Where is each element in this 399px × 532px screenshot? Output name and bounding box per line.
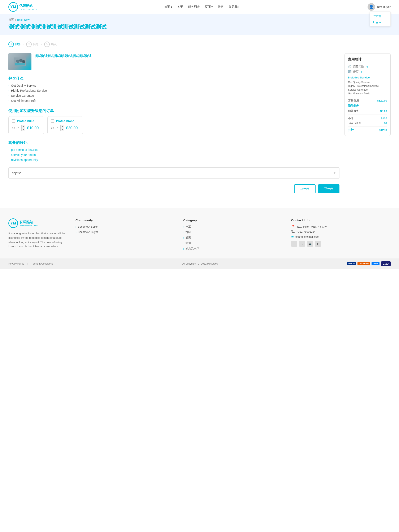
community-item-1: Become A Seller xyxy=(75,225,175,228)
svg-rect-4 xyxy=(15,63,25,65)
logo[interactable]: YM 亿码酷站 YMKUZHAN.COM xyxy=(8,2,37,12)
youtube-icon[interactable]: ▶ xyxy=(315,241,321,247)
copyright: All copyright (C) 2022 Reserved xyxy=(182,262,218,265)
nav-pages[interactable]: 页面 ▾ xyxy=(205,5,213,9)
step-2: 2 信息 xyxy=(26,42,39,47)
category-link-1[interactable]: 电工 xyxy=(186,225,191,229)
category-link-5[interactable]: 沙龙及水疗 xyxy=(186,247,199,250)
header: YM 亿码酷站 YMKUZHAN.COM 首页 ▾ 关于 服务列表 页面 ▾ 博… xyxy=(0,0,399,14)
addon-2-calc: 20 × 1 xyxy=(51,127,59,130)
benefits-section: 套餐的好处: get servie at low.cost service yo… xyxy=(8,140,339,162)
feature-item-2: Highly Professional Service xyxy=(8,89,339,92)
user-area: 👤 Test Buyer 仅求盘 Logout xyxy=(368,3,391,11)
included-item-1: Get Quality Service xyxy=(348,81,387,84)
breadcrumb-current: Book Now xyxy=(17,18,29,21)
footer-community: Community Become A Seller Become A Buyer xyxy=(75,218,175,252)
step-3: 3 确认 xyxy=(44,42,57,47)
footer-logo-icon: YM xyxy=(11,221,16,226)
become-buyer-link[interactable]: Become A Buyer xyxy=(78,230,98,234)
footer-logo[interactable]: YM 亿码酷站 YMKUZHAN.COM xyxy=(8,218,67,228)
included-item-2: Highly Professional Service xyxy=(348,85,387,88)
content-left: 测试测试测试测试测试测试测试测试测试 包含什么 Get Quality Serv… xyxy=(8,53,339,202)
benefit-link-3[interactable]: revisions opportunity xyxy=(11,158,38,162)
category-item-3: 搬家 xyxy=(183,236,283,240)
nav-services[interactable]: 服务列表 xyxy=(188,5,200,9)
service-card: 测试测试测试测试测试测试测试测试测试 xyxy=(8,53,339,70)
instagram-icon[interactable]: 📷 xyxy=(307,241,313,247)
divider-2 xyxy=(348,114,387,115)
divider-3 xyxy=(348,126,387,127)
addon-1-pricing: 10 × 1 ▲ ▼ $10.00 xyxy=(12,125,40,131)
prev-button[interactable]: 上一步 xyxy=(294,184,316,193)
tax-row: Tax(+) 0 % $0 xyxy=(348,121,387,125)
nav-contact[interactable]: 联系我们 xyxy=(229,5,241,9)
included-item-3: Service Gurentee xyxy=(348,88,387,91)
addon-2-checkbox[interactable] xyxy=(51,119,54,123)
my-orders-link[interactable]: 仅求盘 xyxy=(370,13,390,19)
breadcrumb-separator: | xyxy=(15,18,16,21)
step-1: 1 服务 xyxy=(8,42,21,47)
footer-brand: YM 亿码酷站 YMKUZHAN.COM It is a long establ… xyxy=(8,218,67,252)
phone-text: +012-78901234 xyxy=(296,230,316,233)
stepper-down-2[interactable]: ▼ xyxy=(61,128,64,131)
total-label: 共计 xyxy=(348,128,354,132)
become-seller-link[interactable]: Become A Seller xyxy=(78,225,98,228)
logo-icon: YM xyxy=(11,5,16,9)
nav-home[interactable]: 首页 ▾ xyxy=(164,5,172,9)
footer-category-title: Category xyxy=(183,218,283,222)
stepper-down[interactable]: ▼ xyxy=(22,128,25,131)
base-fee-label: 套餐费用 xyxy=(348,99,359,102)
twitter-icon[interactable]: t xyxy=(299,241,305,247)
footer-category-list: 电工 打印 搬家 培训 沙龙及水疗 xyxy=(183,225,283,250)
addon-2-pricing: 20 × 1 ▲ ▼ $20.00 xyxy=(51,125,80,131)
service-image xyxy=(8,53,31,70)
category-link-4[interactable]: 培训 xyxy=(186,241,191,245)
feature-item-1: Get Quality Service xyxy=(8,84,339,87)
step-arrow-2: › xyxy=(41,42,42,46)
addon-card-1-header: Profile Build xyxy=(12,119,40,123)
privacy-policy-link[interactable]: Privacy Policy xyxy=(8,262,24,265)
subtotal-label: 小计 xyxy=(348,116,354,120)
benefit-link-2[interactable]: service your needs xyxy=(11,153,36,157)
step-1-label: 服务 xyxy=(15,42,21,46)
included-item-4: Get Minimum Profit xyxy=(348,92,387,95)
category-link-2[interactable]: 打印 xyxy=(186,230,191,234)
cost-summary-card: 费用总计 🕐 交货天数: 5 🔄 修订: 6 Included Service … xyxy=(344,53,391,136)
category-item-2: 打印 xyxy=(183,230,283,234)
svg-point-2 xyxy=(19,59,23,62)
terms-link[interactable]: Terms & Conditions xyxy=(31,262,53,265)
benefit-link-1[interactable]: get servie at low.cost xyxy=(11,148,38,152)
stepper-up-2[interactable]: ▲ xyxy=(61,125,64,128)
nav-about[interactable]: 关于 xyxy=(177,5,183,9)
addon-cards: Profile Build 10 × 1 ▲ ▼ $10.00 xyxy=(8,116,339,134)
community-item-2: Become A Buyer xyxy=(75,230,175,234)
category-link-3[interactable]: 搬家 xyxy=(186,236,191,240)
footer-contact-title: Contact Info xyxy=(291,218,391,222)
total-row: 共计 $1200 xyxy=(348,128,387,132)
addon-card-2-header: Profile Brand xyxy=(51,119,80,123)
extra-services-label: 额外服务 xyxy=(348,109,359,113)
facebook-icon[interactable]: f xyxy=(291,241,297,247)
amex-icon: AMEX xyxy=(372,262,380,265)
logout-link[interactable]: Logout xyxy=(370,19,390,25)
footer-category: Category 电工 打印 搬家 培训 沙龙及水疗 xyxy=(183,218,283,252)
addon-1-stepper[interactable]: ▲ ▼ xyxy=(21,125,25,131)
clock-icon: 🕐 xyxy=(348,65,351,68)
next-button[interactable]: 下一步 xyxy=(318,184,339,193)
stepper-up[interactable]: ▲ xyxy=(22,125,25,128)
breadcrumb-home[interactable]: 首页 xyxy=(8,18,14,22)
addon-2-stepper[interactable]: ▲ ▼ xyxy=(60,125,65,131)
logo-cn: 亿码酷站 xyxy=(19,4,37,8)
addon-1-checkbox[interactable] xyxy=(12,119,15,123)
delivery-value[interactable]: 5 xyxy=(367,65,368,68)
addons-section: 使用附加功能升级您的订单 Profile Build 10 × 1 ▲ xyxy=(8,108,339,134)
collapsible[interactable]: dhjdfsd + xyxy=(8,167,339,178)
revisions-value[interactable]: 6 xyxy=(361,70,362,73)
benefit-list: get servie at low.cost service your need… xyxy=(8,148,339,162)
nav-blog[interactable]: 博客 xyxy=(218,5,224,9)
what-included-section: 包含什么 Get Quality Service Highly Professi… xyxy=(8,76,339,102)
main-nav: 首页 ▾ 关于 服务列表 页面 ▾ 博客 联系我们 xyxy=(164,5,241,9)
contact-address: 📍 41/1, Hilton Mall, NY City xyxy=(291,225,391,228)
addon-1-name: Profile Build xyxy=(17,119,34,123)
step-3-label: 确认 xyxy=(51,42,57,46)
